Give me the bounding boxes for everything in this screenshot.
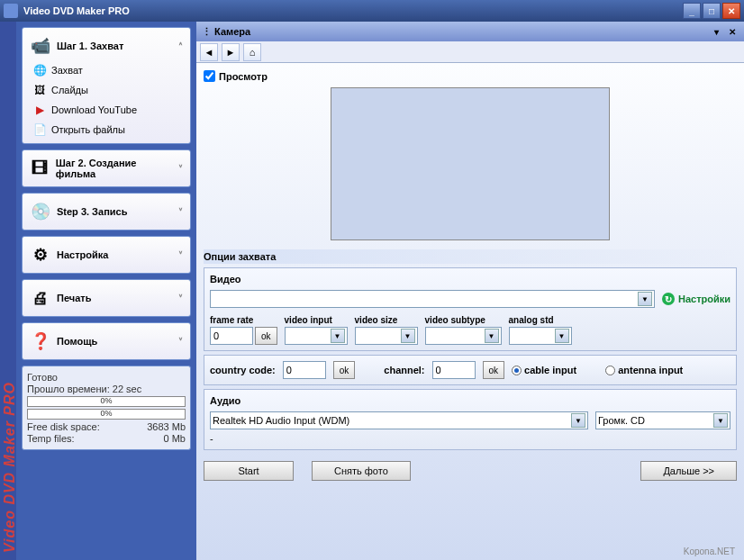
sidebar-item-label: Захват (51, 65, 83, 76)
audio-line-combo[interactable]: Громк. CD ▼ (595, 411, 730, 429)
sidebar: 📹 Шаг 1. Захват ˄ 🌐 Захват 🖼 Слайды ▶ (16, 22, 196, 560)
youtube-icon: ▶ (33, 104, 46, 116)
country-code-ok-button[interactable]: ok (333, 361, 356, 379)
radio-dot-icon (512, 366, 522, 375)
refresh-icon: ↻ (662, 293, 675, 305)
panel-title: Камера (214, 26, 250, 37)
sidebar-item-youtube[interactable]: ▶ Download YouTube (33, 104, 183, 116)
audio-device-combo[interactable]: Realtek HD Audio Input (WDM) ▼ (210, 411, 588, 429)
sidebar-item-label: Download YouTube (51, 104, 137, 115)
video-size-combo[interactable]: ▼ (355, 327, 418, 345)
sidebar-settings-title: Настройка (57, 249, 108, 260)
image-icon: 🖼 (33, 84, 46, 96)
chevron-down-icon: ▼ (555, 329, 569, 343)
audio-section-label: Аудио (210, 395, 730, 406)
preview-area (331, 87, 610, 240)
frame-rate-ok-button[interactable]: ok (255, 327, 277, 345)
maximize-button[interactable]: □ (703, 3, 721, 19)
frame-rate-input[interactable]: 0 (210, 327, 253, 345)
chevron-down-icon: ˅ (178, 164, 183, 174)
chevron-down-icon: ˅ (178, 250, 183, 260)
combo-value: Громк. CD (598, 415, 645, 426)
audio-dash: - (210, 433, 730, 444)
sidebar-help[interactable]: ❓ Помощь ˅ (22, 322, 191, 360)
video-subtype-label: video subtype (425, 315, 502, 325)
audio-group: Аудио Realtek HD Audio Input (WDM) ▼ Гро… (204, 389, 737, 450)
video-subtype-combo[interactable]: ▼ (425, 327, 502, 345)
video-input-label: video input (285, 315, 348, 325)
globe-icon: 🌐 (33, 64, 46, 77)
preview-checkbox[interactable]: Просмотр (204, 70, 737, 82)
chevron-down-icon: ▼ (485, 329, 499, 343)
back-button[interactable]: ◄ (200, 43, 218, 61)
video-device-combo[interactable]: ▼ (210, 290, 655, 308)
analog-std-combo[interactable]: ▼ (509, 327, 572, 345)
button-bar: Start Снять фото Дальше >> (204, 454, 737, 488)
camera-icon: 📹 (30, 35, 51, 57)
status-free-space: Free disk space: 3683 Mb (27, 421, 186, 432)
watermark: Kopona.NET (684, 546, 735, 556)
home-button[interactable]: ⌂ (243, 43, 261, 61)
country-code-label: country code: (210, 365, 276, 375)
panel-titlebar: ⋮ Камера ▾ ✕ (196, 22, 744, 41)
sidebar-item-slides[interactable]: 🖼 Слайды (33, 84, 183, 96)
chevron-down-icon: ▼ (713, 413, 728, 428)
sidebar-settings[interactable]: ⚙ Настройка ˅ (22, 236, 191, 274)
main-panel: ⋮ Камера ▾ ✕ ◄ ► ⌂ Просмотр Опции захват… (196, 22, 744, 560)
tuner-group: country code: 0 ok channel: 0 ok cable i… (204, 355, 737, 385)
antenna-input-radio[interactable]: antenna input (605, 365, 683, 375)
analog-std-label: analog std (509, 315, 572, 325)
preview-checkbox-input[interactable] (204, 70, 215, 82)
close-button[interactable]: ✕ (722, 3, 740, 19)
channel-input[interactable]: 0 (432, 361, 476, 379)
sidebar-step1: 📹 Шаг 1. Захват ˄ 🌐 Захват 🖼 Слайды ▶ (22, 27, 191, 144)
app-icon (4, 4, 18, 18)
panel-close-icon[interactable]: ✕ (726, 25, 739, 38)
disc-icon: 💿 (30, 201, 51, 222)
chevron-down-icon: ˅ (178, 207, 183, 217)
snap-photo-button[interactable]: Снять фото (312, 461, 411, 481)
sidebar-item-open-files[interactable]: 📄 Открыть файлы (33, 123, 183, 136)
country-code-input[interactable]: 0 (283, 361, 326, 379)
channel-ok-button[interactable]: ok (483, 361, 505, 379)
grip-icon: ⋮ (202, 26, 212, 38)
titlebar: Video DVD Maker PRO _ □ ✕ (0, 0, 744, 22)
channel-label: channel: (384, 365, 424, 375)
status-ready: Готово (27, 372, 186, 383)
capture-options-label: Опции захвата (204, 249, 737, 264)
start-button[interactable]: Start (204, 461, 294, 481)
next-button[interactable]: Дальше >> (640, 461, 737, 481)
video-section-label: Видео (210, 274, 730, 285)
sidebar-step3[interactable]: 💿 Step 3. Запись ˅ (22, 193, 191, 230)
combo-value: Realtek HD Audio Input (WDM) (213, 415, 349, 426)
video-settings-link[interactable]: ↻ Настройки (662, 293, 730, 305)
app-window: Video DVD Maker PRO _ □ ✕ Video DVD Make… (0, 0, 744, 560)
toolbar: ◄ ► ⌂ (196, 41, 744, 63)
chevron-down-icon: ▼ (331, 329, 345, 343)
sidebar-step1-header[interactable]: 📹 Шаг 1. Захват ˄ (26, 32, 186, 60)
sidebar-step2[interactable]: 🎞 Шаг 2. Создание фильма ˅ (22, 149, 191, 187)
minimize-button[interactable]: _ (683, 3, 701, 19)
chevron-down-icon: ▼ (638, 292, 652, 306)
content-area: Просмотр Опции захвата Видео ▼ ↻ Настрой… (196, 63, 744, 560)
video-input-combo[interactable]: ▼ (285, 327, 348, 345)
forward-button[interactable]: ► (222, 43, 240, 61)
progress-bar-1: 0% (27, 396, 186, 407)
chevron-down-icon: ▼ (571, 413, 585, 428)
sidebar-step1-title: Шаг 1. Захват (57, 41, 123, 51)
cable-input-radio[interactable]: cable input (512, 365, 576, 375)
video-size-label: video size (355, 315, 418, 325)
frame-rate-label: frame rate (210, 315, 277, 325)
pin-icon[interactable]: ▾ (710, 25, 722, 38)
sidebar-step3-title: Step 3. Запись (57, 206, 127, 217)
chevron-down-icon: ˅ (178, 337, 183, 347)
sidebar-item-label: Открыть файлы (51, 124, 125, 135)
file-icon: 📄 (33, 123, 46, 136)
vertical-brand: Video DVD Maker PRO (2, 382, 18, 553)
sidebar-step2-title: Шаг 2. Создание фильма (56, 158, 173, 179)
video-group: Видео ▼ ↻ Настройки frame rate (204, 267, 737, 351)
sidebar-print[interactable]: 🖨 Печать ˅ (22, 279, 191, 317)
help-icon: ❓ (30, 330, 51, 352)
status-elapsed: Прошло времени: 22 sec (27, 384, 186, 394)
sidebar-item-capture[interactable]: 🌐 Захват (33, 64, 183, 77)
